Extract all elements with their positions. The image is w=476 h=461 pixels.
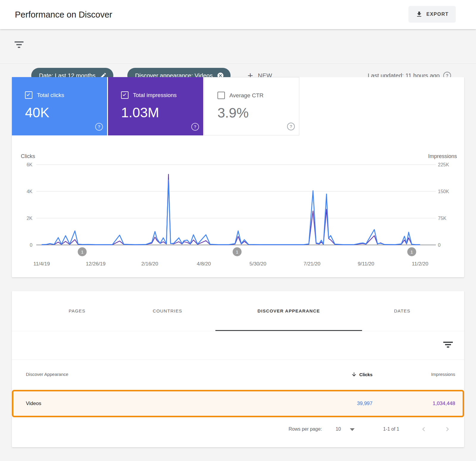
x-axis-labels: 11/4/1912/26/192/16/204/8/205/30/207/21/…: [33, 261, 428, 267]
average-ctr-card[interactable]: Average CTR 3.9% ?: [204, 77, 299, 135]
checkmark-icon: [122, 92, 127, 97]
tab-pages[interactable]: PAGES: [53, 291, 101, 331]
total-clicks-card[interactable]: Total clicks 40K ?: [12, 77, 107, 135]
help-icon[interactable]: ?: [95, 123, 103, 131]
average-ctr-value: 3.9%: [217, 105, 249, 121]
tab-dates[interactable]: DATES: [378, 291, 426, 331]
impressions-cell: 1,034,448: [433, 391, 455, 416]
total-clicks-value: 40K: [25, 104, 49, 121]
filter-icon[interactable]: [14, 41, 24, 49]
total-impressions-label: Total impressions: [133, 92, 177, 99]
chart-panel: Total clicks 40K ? Total impressions 1.0…: [12, 77, 464, 277]
tab-countries[interactable]: COUNTRIES: [144, 291, 191, 331]
table-toolbar: [12, 331, 464, 360]
svg-text:75K: 75K: [438, 216, 447, 221]
total-impressions-card[interactable]: Total impressions 1.03M ?: [108, 77, 203, 135]
annotation-label: 1: [411, 249, 413, 254]
left-axis-ticks: 6K 4K 2K 0: [26, 162, 32, 248]
rows-per-page-dropdown-icon[interactable]: [350, 428, 355, 431]
checkmark-icon: [26, 92, 31, 97]
dimension-table-panel: PAGES COUNTRIES DISCOVER APPEARANCE DATE…: [12, 291, 464, 447]
svg-text:150K: 150K: [438, 189, 449, 194]
svg-text:225K: 225K: [438, 162, 449, 167]
help-icon[interactable]: ?: [191, 123, 199, 131]
svg-text:0: 0: [30, 243, 32, 248]
total-clicks-label: Total clicks: [37, 92, 64, 99]
svg-text:0: 0: [438, 243, 441, 248]
x-axis-label: 11/2/20: [412, 261, 428, 267]
series-line-impressions: [42, 174, 420, 245]
svg-text:2K: 2K: [26, 216, 32, 221]
x-axis-label: 2/16/20: [141, 261, 158, 267]
x-axis-label: 4/8/20: [197, 261, 211, 267]
column-header-discover-appearance[interactable]: Discover Appearance: [26, 360, 68, 389]
export-label: EXPORT: [426, 12, 449, 17]
rows-per-page-value[interactable]: 10: [336, 417, 341, 441]
chart-series-lines: [42, 174, 420, 245]
series-line-clicks: [42, 180, 420, 245]
rows-per-page-label: Rows per page:: [289, 417, 322, 441]
x-axis-label: 9/11/20: [358, 261, 374, 267]
chart-annotation-markers[interactable]: 111: [78, 247, 416, 256]
average-ctr-label: Average CTR: [229, 92, 264, 99]
table-row-videos-highlighted[interactable]: Videos 39,997 1,034,448: [12, 390, 464, 417]
x-axis-label: 7/21/20: [303, 261, 320, 267]
page-title: Performance on Discover: [15, 0, 112, 29]
export-button[interactable]: EXPORT: [408, 6, 456, 23]
total-impressions-checkbox[interactable]: [121, 91, 129, 99]
next-page-button[interactable]: [443, 425, 452, 433]
x-axis-label: 12/26/19: [86, 261, 106, 267]
annotation-label: 1: [236, 249, 238, 254]
previous-page-button[interactable]: [419, 425, 428, 433]
table-header-row: Discover Appearance Clicks Impressions: [12, 360, 464, 389]
tab-discover-appearance[interactable]: DISCOVER APPEARANCE: [215, 291, 362, 331]
right-axis-ticks: 225K 150K 75K 0: [438, 162, 449, 248]
download-icon: [416, 11, 423, 18]
filter-bar: Date: Last 12 months Discover appearance…: [0, 29, 476, 64]
chevron-right-icon: [443, 425, 452, 433]
help-icon[interactable]: ?: [287, 123, 295, 130]
performance-line-chart[interactable]: Clicks Impressions 6K 4K 2K 0 225K 150K …: [12, 135, 464, 277]
dimension-tabs: PAGES COUNTRIES DISCOVER APPEARANCE DATE…: [12, 291, 464, 331]
total-impressions-value: 1.03M: [121, 104, 159, 121]
clicks-cell: 39,997: [357, 391, 372, 416]
x-axis-label: 11/4/19: [33, 261, 50, 267]
pagination-range: 1-1 of 1: [383, 417, 399, 441]
sort-descending-icon: [351, 371, 357, 377]
app-header: Performance on Discover EXPORT: [0, 0, 476, 29]
column-header-clicks[interactable]: Clicks: [351, 360, 372, 389]
left-axis-title: Clicks: [21, 153, 35, 159]
average-ctr-checkbox[interactable]: [217, 92, 225, 99]
annotation-label: 1: [81, 249, 83, 254]
x-axis-label: 5/30/20: [250, 261, 267, 267]
gridlines: [36, 165, 436, 245]
column-header-impressions[interactable]: Impressions: [431, 360, 455, 389]
appearance-cell: Videos: [26, 391, 41, 416]
total-clicks-checkbox[interactable]: [25, 91, 32, 99]
chevron-left-icon: [419, 425, 428, 433]
svg-text:6K: 6K: [26, 162, 32, 167]
search-console-discover-performance: Performance on Discover EXPORT Date: Las…: [0, 0, 476, 461]
svg-text:4K: 4K: [26, 189, 32, 194]
right-axis-title: Impressions: [428, 153, 457, 159]
table-pagination: Rows per page: 10 1-1 of 1: [12, 417, 464, 441]
table-filter-icon[interactable]: [443, 342, 453, 349]
